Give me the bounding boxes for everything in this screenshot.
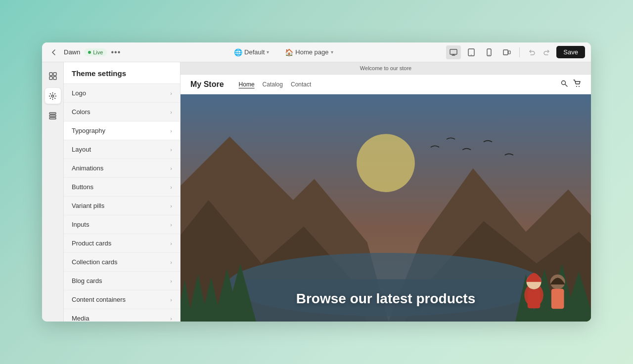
settings-item-variant-pills[interactable]: Variant pills › <box>64 197 180 215</box>
settings-item-logo[interactable]: Logo › <box>64 84 180 103</box>
sidebar-icon-blocks[interactable] <box>45 108 61 123</box>
settings-item-animations[interactable]: Animations › <box>64 159 180 178</box>
chevron-down-icon: ▾ <box>267 49 269 55</box>
settings-item-collection-cards-label: Collection cards <box>72 258 118 266</box>
chevron-down-icon: › <box>170 109 172 115</box>
divider <box>519 47 520 57</box>
search-icon[interactable] <box>560 80 568 89</box>
store-nav-links: Home Catalog Contact <box>239 81 550 88</box>
settings-item-variant-pills-label: Variant pills <box>72 202 104 209</box>
chevron-down-icon: › <box>170 90 172 96</box>
svg-rect-8 <box>53 73 56 76</box>
svg-rect-0 <box>450 49 457 54</box>
sidebar-icon-settings[interactable] <box>45 88 61 104</box>
default-label: Default <box>244 48 265 56</box>
home-page-label: Home page <box>295 48 328 56</box>
chevron-down-icon: › <box>170 259 172 265</box>
svg-rect-10 <box>53 77 56 80</box>
sidebar-icon-sections[interactable] <box>45 68 61 84</box>
nav-link-catalog[interactable]: Catalog <box>263 81 283 88</box>
nav-link-contact[interactable]: Contact <box>291 81 311 88</box>
chevron-down-icon: › <box>170 203 172 209</box>
svg-point-2 <box>471 54 472 55</box>
home-page-dropdown[interactable]: 🏠 Home page ▾ <box>281 46 337 58</box>
nav-link-home[interactable]: Home <box>239 81 255 88</box>
svg-rect-39 <box>551 289 564 309</box>
settings-item-typography[interactable]: Typography › <box>64 121 180 140</box>
topbar: Dawn Live ••• 🌐 Default ▾ 🏠 Home page ▾ <box>42 42 591 62</box>
redo-button[interactable] <box>540 45 553 59</box>
settings-item-layout-label: Layout <box>72 146 91 153</box>
chevron-up-icon: › <box>170 128 172 134</box>
store-banner: Welcome to our store <box>181 62 591 75</box>
settings-item-product-cards[interactable]: Product cards › <box>64 234 180 253</box>
topbar-right: Save <box>446 45 585 59</box>
settings-item-media-label: Media <box>72 315 89 322</box>
sidebar-icons <box>42 62 64 322</box>
store-nav: My Store Home Catalog Contact <box>181 75 591 94</box>
settings-header: Theme settings <box>64 62 180 84</box>
settings-item-buttons[interactable]: Buttons › <box>64 178 180 197</box>
cart-icon[interactable] <box>573 80 581 89</box>
settings-item-colors-label: Colors <box>72 108 90 116</box>
settings-item-colors[interactable]: Colors › <box>64 103 180 121</box>
svg-point-19 <box>357 134 415 192</box>
svg-rect-7 <box>49 73 52 76</box>
custom-view-button[interactable] <box>499 45 514 59</box>
chevron-down-icon: › <box>170 165 172 171</box>
svg-point-4 <box>489 54 490 55</box>
svg-rect-9 <box>49 77 52 80</box>
main-content: Theme settings Logo › Colors › Typograph… <box>42 62 591 322</box>
svg-rect-5 <box>503 50 508 55</box>
settings-item-content-containers-label: Content containers <box>72 296 126 303</box>
chevron-down-icon-2: ▾ <box>331 49 333 55</box>
desktop-view-button[interactable] <box>446 45 461 59</box>
more-options-button[interactable]: ••• <box>111 48 121 57</box>
svg-point-15 <box>562 81 566 85</box>
chevron-down-icon: › <box>170 184 172 190</box>
settings-item-content-containers[interactable]: Content containers › <box>64 290 180 309</box>
store-nav-icons <box>560 80 581 89</box>
svg-rect-13 <box>49 115 56 117</box>
settings-item-layout[interactable]: Layout › <box>64 140 180 159</box>
settings-item-inputs-label: Inputs <box>72 221 89 228</box>
settings-item-buttons-label: Buttons <box>72 183 93 191</box>
svg-point-17 <box>579 86 580 87</box>
store-logo: My Store <box>190 80 224 89</box>
tablet-view-button[interactable] <box>464 45 479 59</box>
back-button[interactable] <box>48 46 60 58</box>
settings-item-typography-label: Typography <box>72 127 105 134</box>
globe-icon: 🌐 <box>234 48 242 56</box>
hero-text: Browse our latest products <box>296 291 476 307</box>
svg-rect-37 <box>528 290 541 308</box>
svg-point-11 <box>51 95 53 97</box>
settings-item-inputs[interactable]: Inputs › <box>64 215 180 234</box>
undo-button[interactable] <box>525 45 539 59</box>
chevron-down-icon: › <box>170 278 172 284</box>
svg-rect-14 <box>49 118 56 119</box>
settings-item-blog-cards-label: Blog cards <box>72 277 102 284</box>
settings-item-collection-cards[interactable]: Collection cards › <box>64 253 180 272</box>
chevron-down-icon: › <box>170 297 172 303</box>
undo-redo-group <box>525 45 553 59</box>
save-button[interactable]: Save <box>556 46 585 58</box>
chevron-down-icon: › <box>170 222 172 228</box>
topbar-center: 🌐 Default ▾ 🏠 Home page ▾ <box>125 46 442 58</box>
home-icon: 🏠 <box>285 48 293 56</box>
live-label: Live <box>93 49 103 55</box>
svg-point-16 <box>576 86 577 87</box>
svg-rect-6 <box>508 51 510 54</box>
live-badge: Live <box>84 48 107 56</box>
settings-item-media[interactable]: Media › <box>64 309 180 322</box>
store-inner: Welcome to our store My Store Home Catal… <box>181 62 591 322</box>
chevron-down-icon: › <box>170 241 172 246</box>
settings-item-product-cards-label: Product cards <box>72 240 111 247</box>
settings-item-logo-label: Logo <box>72 89 86 97</box>
mobile-view-button[interactable] <box>482 45 497 59</box>
topbar-left: Dawn Live ••• <box>48 46 121 58</box>
settings-item-animations-label: Animations <box>72 164 103 172</box>
default-dropdown[interactable]: 🌐 Default ▾ <box>230 46 273 58</box>
chevron-down-icon: › <box>170 316 172 322</box>
live-dot <box>88 51 91 54</box>
settings-item-blog-cards[interactable]: Blog cards › <box>64 272 180 290</box>
